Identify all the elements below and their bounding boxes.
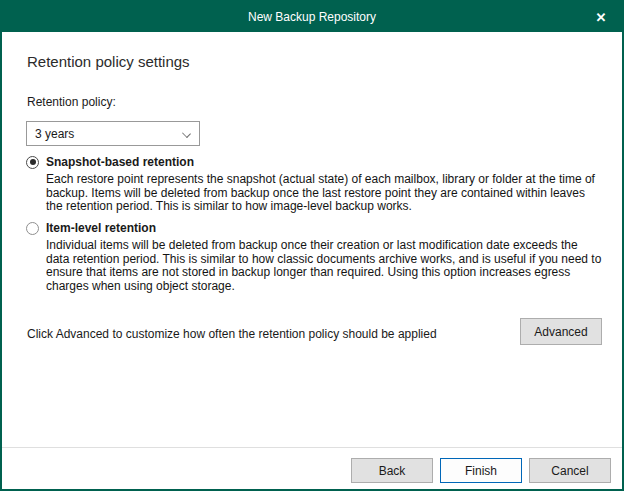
finish-button[interactable]: Finish <box>440 458 522 483</box>
window-title: New Backup Repository <box>248 10 376 24</box>
advanced-button[interactable]: Advanced <box>520 318 602 345</box>
close-icon[interactable]: ✕ <box>584 2 618 32</box>
retention-policy-value: 3 years <box>35 127 74 141</box>
advanced-hint-text: Click Advanced to customize how often th… <box>27 327 437 341</box>
footer-divider <box>2 447 622 448</box>
page-title: Retention policy settings <box>27 53 190 70</box>
snapshot-retention-radio[interactable] <box>26 156 39 169</box>
item-level-retention-label[interactable]: Item-level retention <box>46 221 156 235</box>
option-snapshot-based-retention: Snapshot-based retention Each restore po… <box>26 154 604 214</box>
option-item-level-retention: Item-level retention Individual items wi… <box>26 220 604 293</box>
chevron-down-icon <box>182 129 191 138</box>
snapshot-retention-description: Each restore point represents the snapsh… <box>46 173 604 214</box>
new-backup-repository-dialog: New Backup Repository ✕ Retention policy… <box>0 0 624 491</box>
item-level-retention-radio[interactable] <box>26 222 39 235</box>
retention-policy-dropdown[interactable]: 3 years <box>26 121 200 146</box>
item-level-retention-description: Individual items will be deleted from ba… <box>46 239 604 293</box>
snapshot-retention-label[interactable]: Snapshot-based retention <box>46 155 194 169</box>
cancel-button[interactable]: Cancel <box>529 458 611 483</box>
title-bar: New Backup Repository ✕ <box>2 2 622 32</box>
retention-policy-label: Retention policy: <box>27 95 116 109</box>
back-button[interactable]: Back <box>351 458 433 483</box>
